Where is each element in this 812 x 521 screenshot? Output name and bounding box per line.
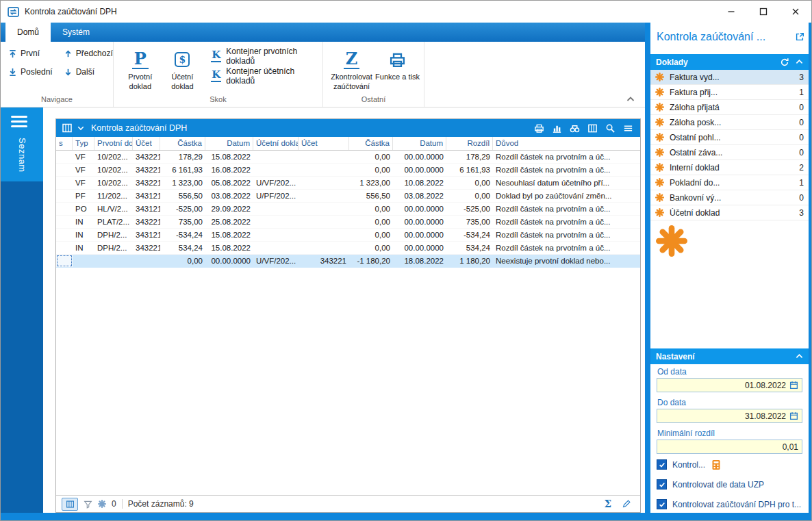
doklady-item[interactable]: Faktura vyd...3 [650, 70, 809, 85]
minimize-button[interactable] [715, 1, 747, 23]
od-data-input[interactable]: 01.08.2022 [657, 378, 802, 392]
table-row[interactable]: POHL/V/2...343121-525,0029.09.20220,0000… [56, 203, 640, 216]
splitter[interactable] [645, 23, 650, 521]
binoculars-icon[interactable] [570, 123, 580, 134]
collapse-section-icon[interactable] [796, 353, 803, 359]
container-accounting-button[interactable]: KKontejner účetních dokladů [207, 68, 320, 84]
minimize-icon [727, 8, 735, 16]
ribbon-tab-domu[interactable]: Domů [5, 23, 51, 42]
chart-icon[interactable] [552, 123, 562, 134]
refresh-icon[interactable] [780, 58, 789, 67]
cell: 1 323,00 [349, 177, 393, 189]
cell: 0,00 [160, 255, 205, 267]
print-icon[interactable] [534, 123, 544, 134]
table-row[interactable]: PF11/202...343121556,5003.08.2022U/PF/20… [56, 190, 640, 203]
cell: 15.08.2022 [205, 242, 253, 254]
last-button[interactable]: Poslední [7, 65, 54, 79]
column-header[interactable]: Účet [299, 137, 349, 150]
doklady-item[interactable]: Ostatní pohl...0 [650, 130, 809, 145]
calculator-icon[interactable] [711, 459, 722, 470]
table-row[interactable]: INDPH/2...343221534,2415.08.20220,0000.0… [56, 242, 640, 255]
column-header[interactable]: Rozdíl [446, 137, 493, 150]
column-header[interactable]: Datum [393, 137, 446, 150]
cell [253, 164, 299, 176]
doklady-item[interactable]: Bankovní vý...0 [650, 190, 809, 205]
columns-icon[interactable] [587, 123, 598, 134]
doklady-item[interactable]: Účetní doklad3 [650, 205, 809, 220]
cell: VF [73, 164, 94, 176]
menu-icon[interactable] [11, 116, 27, 127]
sidebar-tab-seznam[interactable]: Seznam [17, 138, 27, 173]
maximize-button[interactable] [747, 1, 779, 23]
field: Od data01.08.2022 [657, 367, 802, 392]
table-row[interactable]: 0,0000.00.0000U/VF/202...343221-1 180,20… [56, 255, 640, 268]
doklady-item-label: Záloha posk... [670, 118, 796, 127]
edit-icon[interactable] [622, 499, 631, 509]
cell: 6 161,93 [160, 164, 205, 176]
collapse-ribbon-icon[interactable] [626, 97, 635, 102]
first-button[interactable]: První [7, 47, 54, 60]
arrow-up-bar-icon [8, 49, 17, 58]
menu-icon[interactable] [623, 123, 633, 134]
cell [253, 229, 299, 241]
close-button[interactable] [779, 1, 811, 23]
open-window-icon[interactable] [795, 32, 804, 42]
table-row[interactable]: VF10/202...3432216 161,9316.08.20220,000… [56, 164, 640, 177]
columns-toggle-button[interactable] [62, 498, 78, 511]
previous-button[interactable]: Předchozí [62, 47, 114, 60]
table-row[interactable]: INDPH/2...343121-534,2415.08.20220,0000.… [56, 229, 640, 242]
cell: 735,00 [446, 216, 493, 228]
calendar-icon[interactable] [789, 381, 798, 390]
zoom-icon[interactable] [605, 123, 616, 134]
checkbox-row[interactable]: Kontrolovat zaúčtování DPH pro t... [657, 499, 802, 509]
column-header[interactable]: s [56, 137, 73, 150]
table-row[interactable]: VF10/202...3432211 323,0005.08.2022U/VF/… [56, 177, 640, 190]
column-header[interactable]: Částka [160, 137, 205, 150]
sum-icon[interactable]: Σ [604, 499, 611, 509]
nastaveni-fields: Od data01.08.2022Do data31.08.2022Minimá… [657, 367, 802, 454]
ribbon-group-skok: P Prvotní doklad $ Účetní doklad KKontej… [114, 42, 323, 107]
cell [299, 216, 349, 228]
column-header[interactable]: Prvotní do [94, 137, 133, 150]
primary-doc-button[interactable]: P Prvotní doklad [120, 47, 161, 92]
checkbox-row[interactable]: Kontrolovat dle data UZP [657, 479, 802, 490]
table-view-icon[interactable] [62, 123, 73, 134]
doklady-item[interactable]: Záloha přijatá0 [650, 100, 809, 115]
next-button[interactable]: Další [62, 65, 114, 79]
doklady-item[interactable]: Pokladní do...1 [650, 175, 809, 190]
filter-icon[interactable] [84, 500, 92, 509]
checkbox-label: Kontrol... [672, 460, 705, 470]
checkbox-row[interactable]: Kontrol... [657, 459, 802, 470]
column-header[interactable]: Účetní doklad [253, 137, 299, 150]
column-header[interactable]: Důvod [493, 137, 640, 150]
doklady-item[interactable]: Ostatní záva...0 [650, 145, 809, 160]
collapse-section-icon[interactable] [796, 59, 803, 65]
table-row[interactable]: VF10/202...343221178,2915.08.20220,0000.… [56, 151, 640, 164]
functions-print-button[interactable]: Funkce a tisk [375, 47, 420, 82]
table-row[interactable]: INPLAT/2...343221735,0025.08.20220,0000.… [56, 216, 640, 229]
ribbon-tab-system[interactable]: Systém [51, 23, 101, 42]
doklady-item[interactable]: Záloha posk...0 [650, 115, 809, 130]
app-window: Kontrola zaúčtování DPH DomůSystém První… [0, 0, 812, 521]
check-posting-button[interactable]: Z Zkontrolovat zaúčtování [329, 47, 374, 92]
do-data-input[interactable]: 31.08.2022 [657, 409, 802, 423]
column-header[interactable]: Částka [349, 137, 393, 150]
minimalni-rozdil-input[interactable]: 0,01 [657, 440, 802, 454]
doklady-item[interactable]: Interní doklad2 [650, 160, 809, 175]
chevron-down-icon[interactable] [77, 125, 84, 131]
doklady-item-label: Záloha přijatá [670, 103, 796, 112]
calendar-icon[interactable] [789, 411, 798, 420]
accounting-doc-button[interactable]: $ Účetní doklad [162, 47, 203, 92]
column-header[interactable]: Typ [73, 137, 94, 150]
freeze-icon[interactable] [98, 500, 106, 508]
cell [56, 242, 73, 254]
column-header[interactable]: Účet [133, 137, 160, 150]
field-label: Od data [657, 367, 802, 377]
cell: 534,24 [160, 242, 205, 254]
container-primary-button[interactable]: KKontejner prvotních dokladů [207, 48, 320, 64]
cell: 00.00.0000 [393, 229, 446, 241]
column-header[interactable]: Datum [205, 137, 253, 150]
doklady-item[interactable]: Faktura přij...1 [650, 85, 809, 100]
cell: Nesouhlasí datum účetního pří... [493, 177, 640, 189]
cell [299, 177, 349, 189]
